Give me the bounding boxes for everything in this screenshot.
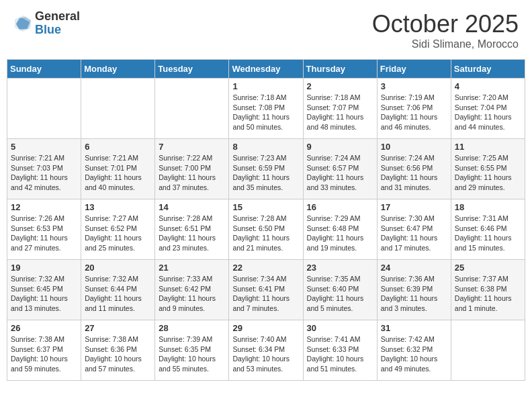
cell-content: Sunrise: 7:38 AM Sunset: 6:36 PM Dayligh… [85, 334, 151, 374]
calendar-cell: 1Sunrise: 7:18 AM Sunset: 7:08 PM Daylig… [229, 79, 303, 139]
logo-blue: Blue [35, 24, 80, 37]
header-row: SundayMondayTuesdayWednesdayThursdayFrid… [7, 60, 525, 79]
calendar-cell: 25Sunrise: 7:37 AM Sunset: 6:38 PM Dayli… [451, 260, 525, 320]
day-number: 29 [232, 323, 299, 333]
header-day-wednesday: Wednesday [229, 60, 303, 79]
calendar-cell: 29Sunrise: 7:40 AM Sunset: 6:34 PM Dayli… [229, 320, 303, 381]
calendar-cell [155, 79, 229, 139]
cell-content: Sunrise: 7:25 AM Sunset: 6:55 PM Dayligh… [455, 153, 521, 193]
day-number: 21 [159, 263, 225, 273]
header-day-monday: Monday [81, 60, 155, 79]
calendar-cell [451, 320, 525, 381]
day-number: 17 [381, 202, 447, 212]
day-number: 4 [455, 81, 521, 91]
calendar-cell: 24Sunrise: 7:36 AM Sunset: 6:39 PM Dayli… [377, 260, 451, 320]
calendar-cell: 18Sunrise: 7:31 AM Sunset: 6:46 PM Dayli… [451, 199, 525, 260]
day-number: 30 [307, 323, 373, 333]
calendar-cell: 8Sunrise: 7:23 AM Sunset: 6:59 PM Daylig… [229, 139, 303, 199]
day-number: 20 [85, 263, 151, 273]
month-title: October 2025 [372, 10, 519, 38]
logo: General Blue [13, 10, 80, 37]
cell-content: Sunrise: 7:21 AM Sunset: 7:01 PM Dayligh… [85, 153, 151, 193]
cell-content: Sunrise: 7:32 AM Sunset: 6:44 PM Dayligh… [85, 274, 151, 314]
calendar-cell: 10Sunrise: 7:24 AM Sunset: 6:56 PM Dayli… [377, 139, 451, 199]
calendar-cell: 27Sunrise: 7:38 AM Sunset: 6:36 PM Dayli… [81, 320, 155, 381]
calendar-cell: 5Sunrise: 7:21 AM Sunset: 7:03 PM Daylig… [7, 139, 81, 199]
week-row-4: 19Sunrise: 7:32 AM Sunset: 6:45 PM Dayli… [7, 260, 525, 320]
location: Sidi Slimane, Morocco [372, 38, 519, 50]
cell-content: Sunrise: 7:27 AM Sunset: 6:52 PM Dayligh… [85, 214, 151, 253]
cell-content: Sunrise: 7:18 AM Sunset: 7:07 PM Dayligh… [307, 93, 373, 132]
cell-content: Sunrise: 7:38 AM Sunset: 6:37 PM Dayligh… [11, 334, 77, 374]
day-number: 10 [381, 142, 447, 152]
header-day-saturday: Saturday [451, 60, 525, 79]
cell-content: Sunrise: 7:23 AM Sunset: 6:59 PM Dayligh… [232, 153, 299, 193]
calendar-cell: 21Sunrise: 7:33 AM Sunset: 6:42 PM Dayli… [155, 260, 229, 320]
day-number: 22 [232, 263, 299, 273]
header-day-tuesday: Tuesday [155, 60, 229, 79]
cell-content: Sunrise: 7:20 AM Sunset: 7:04 PM Dayligh… [455, 93, 521, 132]
cell-content: Sunrise: 7:26 AM Sunset: 6:53 PM Dayligh… [11, 214, 77, 253]
calendar-cell: 4Sunrise: 7:20 AM Sunset: 7:04 PM Daylig… [451, 79, 525, 139]
cell-content: Sunrise: 7:41 AM Sunset: 6:33 PM Dayligh… [307, 334, 373, 374]
week-row-5: 26Sunrise: 7:38 AM Sunset: 6:37 PM Dayli… [7, 320, 525, 381]
page-header: General Blue October 2025 Sidi Slimane, … [7, 7, 525, 54]
calendar-cell: 17Sunrise: 7:30 AM Sunset: 6:47 PM Dayli… [377, 199, 451, 260]
calendar-cell: 11Sunrise: 7:25 AM Sunset: 6:55 PM Dayli… [451, 139, 525, 199]
cell-content: Sunrise: 7:31 AM Sunset: 6:46 PM Dayligh… [455, 214, 521, 253]
day-number: 5 [11, 142, 77, 152]
calendar-cell: 14Sunrise: 7:28 AM Sunset: 6:51 PM Dayli… [155, 199, 229, 260]
title-block: October 2025 Sidi Slimane, Morocco [372, 10, 519, 50]
cell-content: Sunrise: 7:28 AM Sunset: 6:50 PM Dayligh… [232, 214, 299, 253]
calendar-header: SundayMondayTuesdayWednesdayThursdayFrid… [7, 60, 525, 79]
logo-icon [13, 14, 32, 33]
calendar-cell: 2Sunrise: 7:18 AM Sunset: 7:07 PM Daylig… [303, 79, 377, 139]
calendar-cell [81, 79, 155, 139]
day-number: 6 [85, 142, 151, 152]
calendar-cell: 30Sunrise: 7:41 AM Sunset: 6:33 PM Dayli… [303, 320, 377, 381]
calendar-cell: 12Sunrise: 7:26 AM Sunset: 6:53 PM Dayli… [7, 199, 81, 260]
week-row-1: 1Sunrise: 7:18 AM Sunset: 7:08 PM Daylig… [7, 79, 525, 139]
logo-text: General Blue [35, 10, 80, 37]
calendar-cell: 15Sunrise: 7:28 AM Sunset: 6:50 PM Dayli… [229, 199, 303, 260]
calendar-body: 1Sunrise: 7:18 AM Sunset: 7:08 PM Daylig… [7, 79, 525, 381]
cell-content: Sunrise: 7:34 AM Sunset: 6:41 PM Dayligh… [232, 274, 299, 314]
day-number: 9 [307, 142, 373, 152]
cell-content: Sunrise: 7:28 AM Sunset: 6:51 PM Dayligh… [159, 214, 225, 253]
day-number: 28 [159, 323, 225, 333]
day-number: 19 [11, 263, 77, 273]
day-number: 8 [232, 142, 299, 152]
cell-content: Sunrise: 7:24 AM Sunset: 6:56 PM Dayligh… [381, 153, 447, 193]
header-day-thursday: Thursday [303, 60, 377, 79]
calendar-cell: 16Sunrise: 7:29 AM Sunset: 6:48 PM Dayli… [303, 199, 377, 260]
day-number: 2 [307, 81, 373, 91]
calendar-cell: 23Sunrise: 7:35 AM Sunset: 6:40 PM Dayli… [303, 260, 377, 320]
week-row-2: 5Sunrise: 7:21 AM Sunset: 7:03 PM Daylig… [7, 139, 525, 199]
cell-content: Sunrise: 7:32 AM Sunset: 6:45 PM Dayligh… [11, 274, 77, 314]
calendar-cell: 3Sunrise: 7:19 AM Sunset: 7:06 PM Daylig… [377, 79, 451, 139]
day-number: 16 [307, 202, 373, 212]
day-number: 13 [85, 202, 151, 212]
calendar-cell: 28Sunrise: 7:39 AM Sunset: 6:35 PM Dayli… [155, 320, 229, 381]
calendar-cell: 19Sunrise: 7:32 AM Sunset: 6:45 PM Dayli… [7, 260, 81, 320]
day-number: 25 [455, 263, 521, 273]
calendar-table: SundayMondayTuesdayWednesdayThursdayFrid… [7, 59, 525, 381]
calendar-cell: 6Sunrise: 7:21 AM Sunset: 7:01 PM Daylig… [81, 139, 155, 199]
day-number: 7 [159, 142, 225, 152]
day-number: 26 [11, 323, 77, 333]
cell-content: Sunrise: 7:24 AM Sunset: 6:57 PM Dayligh… [307, 153, 373, 193]
cell-content: Sunrise: 7:36 AM Sunset: 6:39 PM Dayligh… [381, 274, 447, 314]
calendar-cell: 31Sunrise: 7:42 AM Sunset: 6:32 PM Dayli… [377, 320, 451, 381]
cell-content: Sunrise: 7:40 AM Sunset: 6:34 PM Dayligh… [232, 334, 299, 374]
header-day-friday: Friday [377, 60, 451, 79]
header-day-sunday: Sunday [7, 60, 81, 79]
cell-content: Sunrise: 7:22 AM Sunset: 7:00 PM Dayligh… [159, 153, 225, 193]
day-number: 12 [11, 202, 77, 212]
cell-content: Sunrise: 7:35 AM Sunset: 6:40 PM Dayligh… [307, 274, 373, 314]
cell-content: Sunrise: 7:42 AM Sunset: 6:32 PM Dayligh… [381, 334, 447, 374]
cell-content: Sunrise: 7:18 AM Sunset: 7:08 PM Dayligh… [232, 93, 299, 132]
day-number: 27 [85, 323, 151, 333]
cell-content: Sunrise: 7:39 AM Sunset: 6:35 PM Dayligh… [159, 334, 225, 374]
day-number: 18 [455, 202, 521, 212]
day-number: 15 [232, 202, 299, 212]
